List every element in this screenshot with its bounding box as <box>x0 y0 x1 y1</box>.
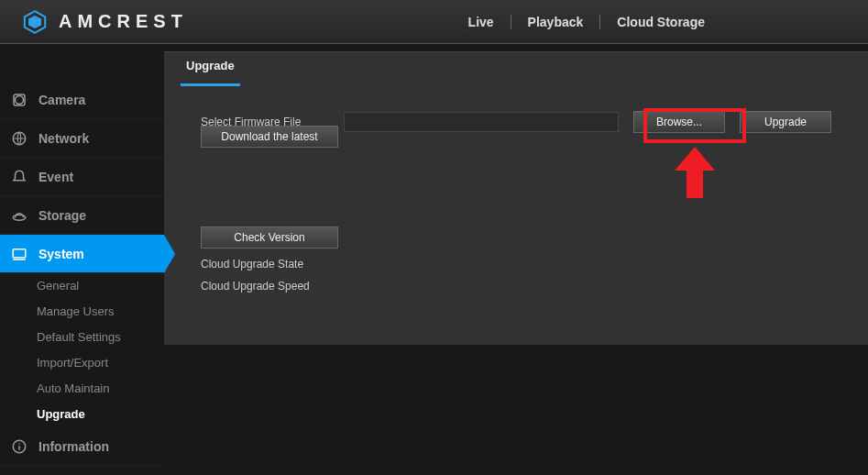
storage-icon <box>11 207 27 224</box>
top-nav: Live Playback Cloud Storage <box>452 0 868 43</box>
firmware-path-input[interactable] <box>344 112 619 132</box>
sidebar-sub-import-export[interactable]: Import/Export <box>0 350 164 376</box>
sidebar-item-camera[interactable]: Camera <box>0 81 164 119</box>
topnav-playback[interactable]: Playback <box>511 15 600 29</box>
information-icon <box>11 438 27 455</box>
sidebar-sub-default-settings[interactable]: Default Settings <box>0 325 164 350</box>
panel-tabs: Upgrade <box>164 52 868 93</box>
panel-body: Select Firmware File Browse... Upgrade D… <box>164 93 868 320</box>
cloud-upgrade-speed-label: Cloud Upgrade Speed <box>201 280 831 293</box>
tab-upgrade[interactable]: Upgrade <box>181 59 240 86</box>
sidebar-item-system[interactable]: System <box>0 235 164 273</box>
brand-text: AMCREST <box>59 11 188 32</box>
system-icon <box>11 246 27 262</box>
logo: AMCREST <box>22 9 188 35</box>
svg-marker-1 <box>28 16 41 28</box>
panel: Upgrade Select Firmware File Browse... U… <box>164 51 868 345</box>
sidebar-label: Network <box>38 131 89 146</box>
sidebar-sub-manage-users[interactable]: Manage Users <box>0 299 164 325</box>
cloud-upgrade-state-label: Cloud Upgrade State <box>201 258 831 271</box>
sidebar-item-storage[interactable]: Storage <box>0 196 164 235</box>
network-icon <box>11 130 27 147</box>
svg-point-2 <box>16 95 24 104</box>
topnav-cloud-storage[interactable]: Cloud Storage <box>600 15 721 29</box>
brand-logo-icon <box>22 9 48 35</box>
top-bar: AMCREST Live Playback Cloud Storage <box>0 0 868 44</box>
sidebar-label: Information <box>38 439 109 454</box>
upgrade-button[interactable]: Upgrade <box>740 111 831 133</box>
sidebar-item-network[interactable]: Network <box>0 119 164 158</box>
sidebar-label: Storage <box>38 208 86 223</box>
browse-button[interactable]: Browse... <box>633 111 725 133</box>
main-area: Camera Network Event Storage System Gene… <box>0 44 868 475</box>
event-icon <box>11 169 27 185</box>
camera-icon <box>11 92 27 108</box>
sidebar-item-information[interactable]: Information <box>0 427 164 466</box>
sidebar-sub-upgrade[interactable]: Upgrade <box>0 402 164 427</box>
sidebar: Camera Network Event Storage System Gene… <box>0 44 164 475</box>
sidebar-label: Event <box>38 170 73 184</box>
download-latest-button[interactable]: Download the latest <box>201 126 338 148</box>
sidebar-label: Camera <box>38 93 85 107</box>
sidebar-item-event[interactable]: Event <box>0 158 164 196</box>
check-version-button[interactable]: Check Version <box>201 226 338 249</box>
svg-point-10 <box>18 443 20 445</box>
sidebar-sub-general[interactable]: General <box>0 273 164 299</box>
sidebar-label: System <box>38 247 84 261</box>
svg-rect-6 <box>13 249 26 257</box>
content: Upgrade Select Firmware File Browse... U… <box>164 44 868 475</box>
topnav-live[interactable]: Live <box>452 15 511 29</box>
sidebar-sub-auto-maintain[interactable]: Auto Maintain <box>0 376 164 402</box>
